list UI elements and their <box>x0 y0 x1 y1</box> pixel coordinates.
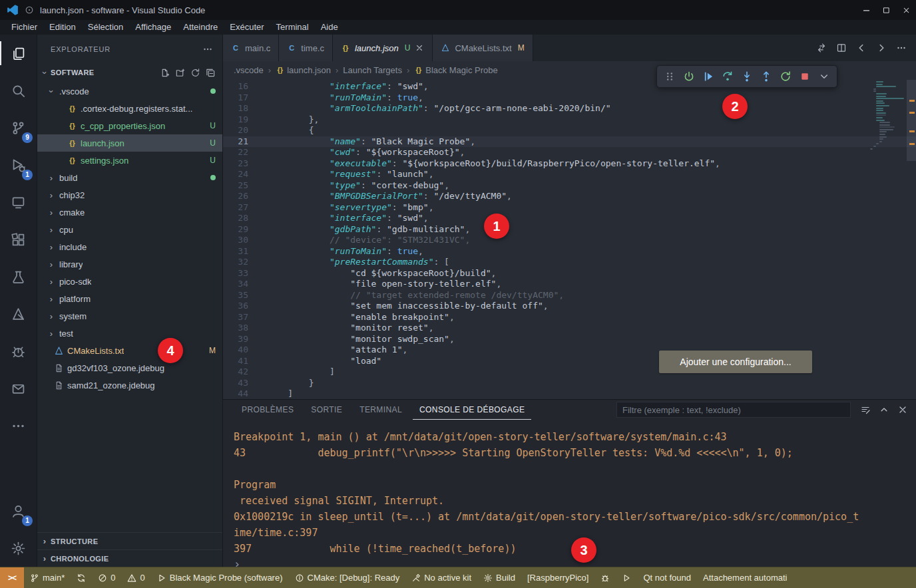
minimap[interactable] <box>867 81 905 150</box>
section-structure[interactable]: STRUCTURE <box>37 532 222 549</box>
tree-item-cmakelists-txt[interactable]: CMakeLists.txtM <box>37 342 222 359</box>
activity-settings-gear[interactable] <box>0 529 37 567</box>
new-folder-icon[interactable] <box>175 68 185 78</box>
tree-item-vscode[interactable]: .vscode <box>37 82 222 100</box>
section-chronologie[interactable]: CHRONOLOGIE <box>37 549 222 567</box>
activity-extensions[interactable] <box>0 221 37 258</box>
tree-item-cpu[interactable]: cpu <box>37 221 222 238</box>
status-build[interactable]: Build <box>477 567 521 588</box>
activity-files[interactable] <box>0 35 37 72</box>
tab-main-c[interactable]: Cmain.c <box>223 35 279 61</box>
status-attachement-automati[interactable]: Attachement automati <box>697 567 793 588</box>
close-button[interactable] <box>896 0 916 20</box>
filter-input[interactable] <box>616 402 851 418</box>
tree-item-cortex-debug-registers-stat[interactable]: {}.cortex-debug.registers.stat... <box>37 100 222 117</box>
status-qt-not-found[interactable]: Qt not found <box>637 567 697 588</box>
activity-mail[interactable] <box>0 370 37 407</box>
menu-terminal[interactable]: Terminal <box>270 20 315 35</box>
stop-icon[interactable] <box>799 71 811 82</box>
status-black-magic-probe-software[interactable]: Black Magic Probe (software) <box>151 567 289 588</box>
power-icon[interactable] <box>683 71 695 82</box>
nav-back-icon[interactable] <box>856 43 867 53</box>
tree-item-test[interactable]: test <box>37 325 222 342</box>
close-icon[interactable] <box>415 43 424 53</box>
panel-tab-terminal[interactable]: TERMINAL <box>353 400 409 420</box>
tab-time-c[interactable]: Ctime.c <box>279 35 333 61</box>
activity-bug-tool[interactable] <box>0 333 37 370</box>
status-sync[interactable] <box>71 567 92 588</box>
activity-remote-explorer[interactable] <box>0 184 37 221</box>
maximize-button[interactable] <box>876 0 896 20</box>
tree-item-cmake[interactable]: cmake <box>37 204 222 221</box>
step-over-icon[interactable] <box>722 71 734 82</box>
status-0[interactable]: 0 <box>121 567 150 588</box>
status-no-active-kit[interactable]: No active kit <box>405 567 477 588</box>
tree-item-settings-json[interactable]: {}settings.jsonU <box>37 152 222 169</box>
status-0[interactable]: 0 <box>92 567 121 588</box>
more-icon[interactable] <box>896 43 907 53</box>
tree-item-system[interactable]: system <box>37 307 222 325</box>
open-changes-icon[interactable] <box>816 43 827 53</box>
chevron-down-icon[interactable] <box>818 71 830 82</box>
panel-tab-probl-mes[interactable]: PROBLÈMES <box>235 400 300 420</box>
menu-atteindre[interactable]: Atteindre <box>177 20 224 35</box>
menu-fichier[interactable]: Fichier <box>5 20 43 35</box>
breadcrumb-black-magic-probe[interactable]: {}Black Magic Probe <box>414 65 497 75</box>
step-out-icon[interactable] <box>760 71 772 82</box>
status-remote[interactable]: >< <box>0 567 24 588</box>
section-header-software[interactable]: SOFTWARE <box>37 64 222 81</box>
activity-run-debug[interactable]: 1 <box>0 146 37 184</box>
status-play[interactable] <box>616 567 637 588</box>
panel-tab-console-de-d-bogage[interactable]: CONSOLE DE DÉBOGAGE <box>413 400 531 420</box>
tree-item-chip32[interactable]: chip32 <box>37 186 222 204</box>
more-actions-icon[interactable] <box>202 44 213 55</box>
tree-item-c-cpp-properties-json[interactable]: {}c_cpp_properties.jsonU <box>37 117 222 134</box>
restart-icon[interactable] <box>780 71 792 82</box>
menu-edition[interactable]: Edition <box>43 20 82 35</box>
breadcrumb-vscode[interactable]: .vscode <box>234 65 264 75</box>
tree-item-include[interactable]: include <box>37 238 222 255</box>
activity-account[interactable]: 1 <box>0 492 37 529</box>
close-icon[interactable] <box>897 404 908 415</box>
status-cmake-debug-ready[interactable]: CMake: [Debug]: Ready <box>289 567 406 588</box>
minimize-button[interactable] <box>856 0 876 20</box>
tree-item-platform[interactable]: platform <box>37 290 222 307</box>
scrollbar[interactable] <box>907 80 916 161</box>
tree-item-pico-sdk[interactable]: pico-sdk <box>37 273 222 290</box>
breadcrumb-launch-targets[interactable]: Launch Targets <box>343 65 402 75</box>
activity-test-beaker[interactable] <box>0 258 37 295</box>
more-icon[interactable] <box>537 404 547 415</box>
tree-item-library[interactable]: library <box>37 255 222 273</box>
refresh-icon[interactable] <box>190 68 200 78</box>
minimap-line <box>876 102 885 104</box>
status-bug[interactable] <box>594 567 616 588</box>
split-editor-icon[interactable] <box>836 43 847 53</box>
new-file-icon[interactable] <box>160 68 170 78</box>
clear-console-icon[interactable] <box>860 404 871 415</box>
tree-item-launch-json[interactable]: {}launch.jsonU <box>37 134 222 152</box>
status-main[interactable]: main* <box>24 567 71 588</box>
nav-forward-icon[interactable] <box>876 43 887 53</box>
tab-launch-json[interactable]: {}launch.jsonU <box>333 35 433 61</box>
continue-icon[interactable] <box>702 71 714 82</box>
activity-cmake[interactable] <box>0 295 37 333</box>
collapse-all-icon[interactable] <box>206 68 216 78</box>
activity-source-control[interactable]: 9 <box>0 109 37 146</box>
chevron-up-icon[interactable] <box>879 404 889 415</box>
tree-item-samd21-ozone-jdebug[interactable]: samd21_ozone.jdebug <box>37 376 222 394</box>
add-configuration-button[interactable]: Ajouter une configuration... <box>659 351 812 373</box>
menu-aide[interactable]: Aide <box>315 20 344 35</box>
step-into-icon[interactable] <box>741 71 753 82</box>
menu-ex-cuter[interactable]: Exécuter <box>224 20 270 35</box>
tab-cmakelists-txt[interactable]: CMakeLists.txtM <box>433 35 533 61</box>
console-input-row[interactable]: › <box>223 557 916 567</box>
menu-affichage[interactable]: Affichage <box>129 20 177 35</box>
menu-s-lection[interactable]: Sélection <box>82 20 129 35</box>
activity-search[interactable] <box>0 72 37 109</box>
tree-item-build[interactable]: build <box>37 169 222 186</box>
status-raspberrypico[interactable]: [RaspberryPico] <box>521 567 594 588</box>
panel-tab-sortie[interactable]: SORTIE <box>304 400 349 420</box>
tree-item-gd32vf103-ozone-jdebug[interactable]: gd32vf103_ozone.jdebug <box>37 359 222 376</box>
breadcrumb-launch-json[interactable]: {}launch.json <box>276 65 331 75</box>
activity-more[interactable] <box>0 407 37 444</box>
